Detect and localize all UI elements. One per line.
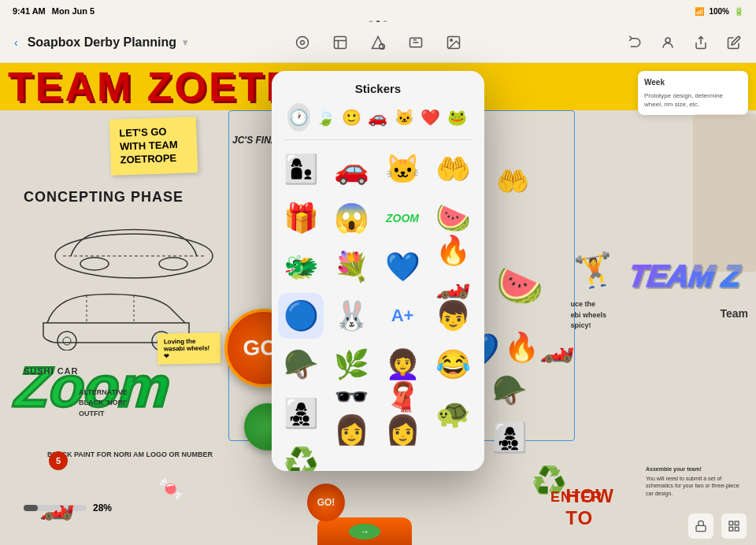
person-icon: [661, 35, 675, 50]
candy-sticker[interactable]: 🍬: [158, 476, 185, 502]
lock-button[interactable]: [688, 513, 713, 539]
stickers-grid: 👩‍👦 🚗 🐱 🤲 🎁 😱 ZOOM 🍉 🐲 💐 💙 🔥🏎️ 🔵 🐰 A+ 👦 …: [272, 140, 484, 471]
category-cars[interactable]: 🚗: [366, 103, 389, 132]
toolbar: ‹ Soapbox Derby Planning ▾: [0, 22, 756, 63]
family-sticker[interactable]: 👩‍👧‍👦: [492, 421, 528, 454]
sticker-item[interactable]: 🤲: [431, 146, 476, 192]
sticker-aplus[interactable]: A+: [380, 293, 425, 339]
undo-icon: [628, 35, 642, 50]
shapes-tool-button[interactable]: [365, 30, 391, 55]
sticker-item[interactable]: 🚗: [329, 146, 375, 192]
sticker-item[interactable]: 🧣👩: [380, 391, 425, 436]
go-bottom-sticker[interactable]: GO!: [307, 484, 345, 521]
pen-icon: [295, 35, 310, 50]
edit-icon: [727, 35, 741, 50]
edit-button[interactable]: [721, 30, 747, 55]
text-tool-button[interactable]: [403, 30, 428, 55]
text-icon: [408, 35, 424, 50]
time: 9:41 AM: [13, 6, 46, 16]
category-recent[interactable]: 🕐: [287, 103, 310, 132]
helmet-sticker[interactable]: 🪖: [492, 374, 528, 407]
wheels-sticky-note[interactable]: Loving the wasabi wheels! ❤: [158, 332, 221, 364]
sticker-item[interactable]: 🐱: [380, 146, 425, 192]
sticker-item[interactable]: 🔥🏎️: [431, 244, 476, 290]
sticker-item[interactable]: 🕶️👩: [329, 391, 375, 436]
status-bar: 9:41 AM Mon Jun 5 📶 100% 🔋: [0, 0, 756, 22]
team-label-right: Team: [720, 307, 748, 320]
table-icon: [332, 35, 348, 50]
dropdown-arrow[interactable]: ▾: [183, 37, 187, 48]
sticker-item[interactable]: 👩‍👦: [278, 146, 324, 192]
pen-tool-button[interactable]: [290, 30, 315, 55]
sticker-item[interactable]: 💐: [329, 244, 375, 290]
image-tool-button[interactable]: [441, 30, 466, 55]
sticker-item[interactable]: 😂: [431, 342, 476, 387]
svg-point-13: [55, 234, 213, 278]
stickers-title: Stickers: [284, 82, 472, 95]
notes-week: Week: [644, 77, 742, 88]
undo-button[interactable]: [622, 30, 647, 55]
grid-button[interactable]: [721, 513, 747, 539]
category-emoji[interactable]: 🙂: [340, 103, 363, 132]
go-bottom-text: GO!: [317, 497, 335, 508]
sticker-categories: 🕐 🍃 🙂 🚗 🐱 ❤️ 🐸: [284, 103, 472, 140]
annotation-text2: BLACK 'NORI': [79, 398, 128, 409]
sticker-item[interactable]: 🐲: [278, 244, 324, 290]
sticker-item[interactable]: 🐰: [329, 293, 375, 339]
paint-annotation: BLACK PAINT FOR NORI AM LOGO OR NUMBER: [47, 450, 213, 458]
sticker-item[interactable]: 🐢: [431, 391, 476, 436]
wifi-icon: 📶: [695, 7, 704, 16]
progress-fill: [24, 505, 38, 511]
category-frog[interactable]: 🐸: [446, 103, 469, 132]
stickers-header: Stickers 🕐 🍃 🙂 🚗 🐱 ❤️ 🐸: [272, 71, 484, 140]
sushi-car-label: SUSHI CAR: [24, 366, 79, 376]
sticker-item[interactable]: 🎁: [278, 195, 324, 241]
back-button[interactable]: ‹: [9, 33, 23, 52]
sticker-item[interactable]: ♻️: [278, 439, 324, 471]
svg-point-14: [80, 258, 109, 270]
scooter-base: →: [317, 517, 412, 545]
sticker-item[interactable]: 😱: [329, 195, 375, 241]
svg-point-0: [297, 36, 309, 48]
category-cat[interactable]: 🐱: [393, 103, 416, 132]
assembly-title: Assemble your team!: [646, 465, 748, 473]
scooter-wheel: →: [349, 524, 380, 539]
assembly-notes: Assemble your team! You will need to sub…: [646, 465, 748, 498]
watermelon-sticker[interactable]: 🍉: [496, 264, 543, 308]
share-icon: [694, 35, 708, 50]
sticker-item[interactable]: 👦: [431, 293, 476, 339]
to-text: TO: [565, 507, 614, 529]
fire-car-sticker[interactable]: 🔥🏎️: [504, 331, 575, 364]
lock-icon: [695, 520, 707, 532]
svg-point-17: [57, 332, 76, 350]
annotation-text3: OUTFIT: [79, 409, 128, 420]
sticker-item[interactable]: 💙: [380, 244, 425, 290]
sticker-zoom[interactable]: ZOOM: [380, 195, 425, 241]
category-heart[interactable]: ❤️: [419, 103, 442, 132]
battery: 100%: [709, 7, 729, 16]
notes-card: Week Prototype design, determine wheel, …: [638, 71, 748, 115]
rider-figure: 🏎️: [39, 488, 75, 521]
hands-sticker[interactable]: 🤲: [496, 165, 529, 197]
svg-rect-22: [729, 521, 733, 525]
sticky-note-text: LET'S GO WITH TEAM ZOETROPE: [119, 125, 178, 165]
back-chevron: ‹: [14, 36, 18, 49]
svg-rect-2: [335, 36, 346, 48]
svg-rect-25: [735, 527, 739, 531]
sticky-note-main[interactable]: LET'S GO WITH TEAM ZOETROPE: [109, 117, 198, 175]
texture-element: [693, 114, 756, 272]
shapes-icon: [370, 35, 386, 50]
battery-icon: 🔋: [734, 7, 743, 16]
sticker-item[interactable]: 👩‍👧‍👦: [278, 391, 324, 436]
assembly-text: You will need to submit a set of schemat…: [646, 475, 748, 498]
share-button[interactable]: [688, 30, 713, 55]
number-badge: 5: [49, 451, 68, 470]
sticker-item[interactable]: 🔵: [278, 293, 324, 339]
collaborators-button[interactable]: [655, 30, 680, 55]
sticker-item[interactable]: 🪖: [278, 342, 324, 387]
category-nature[interactable]: 🍃: [313, 103, 336, 132]
table-tool-button[interactable]: [328, 30, 353, 55]
barbell-sticker[interactable]: 🏋️: [572, 249, 617, 292]
spicy-annotation: uce the ebi wheels spicy!: [570, 299, 606, 332]
svg-point-11: [665, 38, 670, 43]
